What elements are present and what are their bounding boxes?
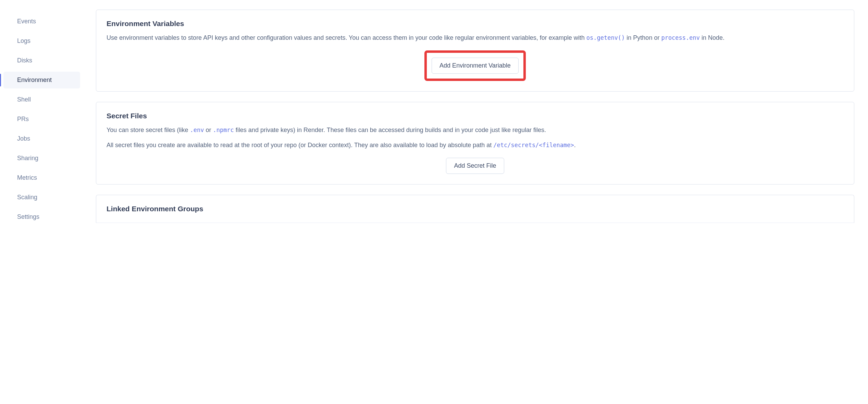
code-env: .env [190,127,204,133]
sidebar-item-environment[interactable]: Environment [3,72,80,88]
sidebar-item-prs[interactable]: PRs [3,111,80,128]
sidebar: Events Logs Disks Environment Shell PRs … [0,7,86,404]
secret-files-desc-1: You can store secret files (like .env or… [107,126,844,135]
sidebar-item-logs[interactable]: Logs [3,33,80,49]
sidebar-item-label: Settings [17,213,39,220]
code-python: os.getenv() [586,34,625,41]
env-vars-description: Use environment variables to store API k… [107,33,844,43]
sidebar-item-label: PRs [17,116,29,122]
add-env-var-button[interactable]: Add Environment Variable [432,58,519,74]
env-vars-desc-suffix: in Node. [700,34,724,41]
sidebar-item-label: Events [17,18,36,25]
secret-files-desc2-prefix: All secret files you create are availabl… [107,142,493,148]
secret-files-button-row: Add Secret File [107,158,844,174]
secret-files-desc-2: All secret files you create are availabl… [107,141,844,150]
sidebar-item-settings[interactable]: Settings [3,209,80,225]
sidebar-item-label: Shell [17,96,31,103]
secret-files-title: Secret Files [107,112,844,120]
sidebar-item-label: Metrics [17,174,37,181]
env-vars-title: Environment Variables [107,20,844,28]
code-node: process.env [661,34,700,41]
sidebar-item-sharing[interactable]: Sharing [3,150,80,167]
main-content: Environment Variables Use environment va… [86,7,868,404]
secret-files-desc1-mid: or [204,127,213,133]
linked-env-groups-title: Linked Environment Groups [107,205,844,213]
env-vars-desc-prefix: Use environment variables to store API k… [107,34,586,41]
secret-files-desc1-suffix: files and private keys) in Render. These… [234,127,546,133]
code-npmrc: .npmrc [213,127,234,133]
sidebar-item-jobs[interactable]: Jobs [3,130,80,147]
sidebar-item-label: Sharing [17,155,38,162]
sidebar-item-scaling[interactable]: Scaling [3,189,80,206]
code-path: /etc/secrets/<filename> [493,142,574,148]
env-vars-button-row: Add Environment Variable [107,50,844,81]
sidebar-item-label: Jobs [17,135,30,142]
sidebar-item-metrics[interactable]: Metrics [3,169,80,186]
linked-env-groups-card: Linked Environment Groups [96,195,854,223]
sidebar-item-label: Scaling [17,194,37,201]
sidebar-item-label: Disks [17,57,32,64]
secret-files-desc1-prefix: You can store secret files (like [107,127,190,133]
sidebar-item-shell[interactable]: Shell [3,91,80,108]
annotation-highlight: Add Environment Variable [424,50,526,81]
add-secret-file-button[interactable]: Add Secret File [446,158,504,174]
secret-files-card: Secret Files You can store secret files … [96,102,854,185]
sidebar-item-disks[interactable]: Disks [3,52,80,69]
env-vars-card: Environment Variables Use environment va… [96,10,854,92]
secret-files-desc2-suffix: . [574,142,576,148]
sidebar-item-label: Logs [17,37,30,44]
env-vars-desc-mid: in Python or [625,34,661,41]
sidebar-item-label: Environment [17,76,52,83]
sidebar-item-events[interactable]: Events [3,13,80,30]
